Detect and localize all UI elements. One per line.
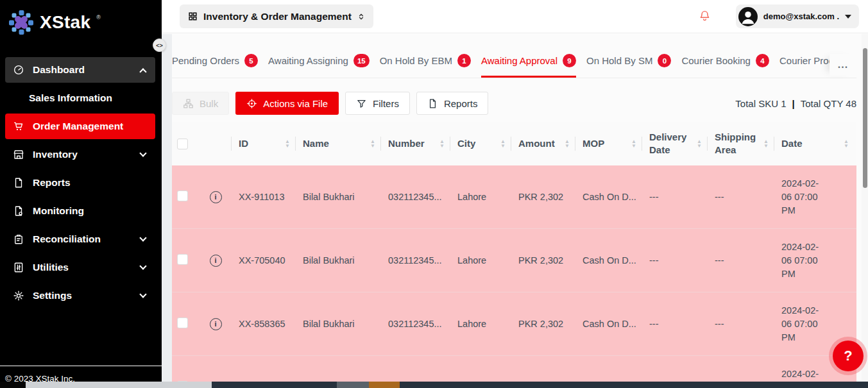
cell-city: Lahore <box>452 319 513 329</box>
column-header-city[interactable]: City <box>452 122 513 165</box>
actions-via-file-button[interactable]: Actions via File <box>235 92 339 115</box>
sidebar-item-inventory[interactable]: Inventory <box>5 142 155 167</box>
tab-courier-proc[interactable]: Courier Proc <box>779 54 833 78</box>
clipboard-icon <box>13 233 24 245</box>
column-label: Number <box>388 137 425 150</box>
app-selector[interactable]: Inventory & Order Management <box>180 4 373 28</box>
tab-on-hold-by-ebm[interactable]: On Hold By EBM 1 <box>380 54 471 78</box>
cell-date: 2024-02-06 07:00 PM <box>776 304 856 344</box>
sort-icon[interactable] <box>697 139 702 148</box>
column-header-name[interactable]: Name <box>298 122 383 165</box>
sidebar-item-monitoring[interactable]: Monitoring <box>5 198 155 224</box>
horizontal-scrollbar-mark-orange <box>369 382 400 388</box>
tab-count-badge: 15 <box>353 54 370 67</box>
report-file-icon <box>13 177 24 189</box>
sidebar-menu: Dashboard Sales Information Order Manage… <box>0 57 162 308</box>
row-checkbox[interactable] <box>177 317 188 328</box>
totals-summary: Total SKU 1 | Total QTY 48 <box>735 98 856 109</box>
sort-icon[interactable] <box>500 139 506 148</box>
tab-courier-booking[interactable]: Courier Booking 4 <box>681 54 769 78</box>
chevron-up-icon <box>139 68 146 75</box>
sidebar-item-dashboard[interactable]: Dashboard <box>5 57 155 83</box>
brand-trademark: ® <box>96 14 101 21</box>
bulk-button[interactable]: Bulk <box>172 92 229 115</box>
horizontal-scrollbar-mark <box>337 382 369 388</box>
horizontal-scrollbar-thumb[interactable] <box>26 382 212 388</box>
tab-count-badge: 5 <box>244 54 258 67</box>
chevron-down-icon <box>139 149 146 156</box>
cell-amount: PKR 2,302 <box>513 255 577 266</box>
sidebar-footer: © 2023 XStak Inc. <box>0 366 162 384</box>
column-header-delivery-date[interactable]: Delivery Date <box>644 122 710 165</box>
info-icon[interactable] <box>210 318 222 330</box>
tab-count-badge: 4 <box>756 54 769 67</box>
column-label: Date <box>781 137 803 150</box>
reports-button[interactable]: Reports <box>416 92 489 115</box>
select-all-checkbox[interactable] <box>177 139 188 149</box>
table-row[interactable]: XX-911013 Bilal Bukhari 032112345... Lah… <box>172 165 856 229</box>
sidebar-item-reconciliation[interactable]: Reconciliation <box>5 226 155 252</box>
column-header-mop[interactable]: MOP <box>577 122 644 165</box>
tab-awaiting-approval[interactable]: Awaiting Approval 9 <box>481 54 576 78</box>
sort-icon[interactable] <box>285 139 290 148</box>
row-info-cell <box>198 191 234 203</box>
sliders-icon <box>13 262 24 273</box>
tabs-overflow-button[interactable]: ... <box>830 54 856 76</box>
row-info-cell <box>198 318 234 330</box>
info-icon[interactable] <box>210 255 222 267</box>
tab-pending-orders[interactable]: Pending Orders 5 <box>172 54 258 78</box>
column-label: MOP <box>583 137 604 150</box>
table-row[interactable]: XX-858365 Bilal Bukhari 032112345... Lah… <box>172 292 856 356</box>
main-area: Inventory & Order Management demo@xstak.… <box>162 0 868 388</box>
column-header-number[interactable]: Number <box>383 122 452 165</box>
notifications-button[interactable] <box>698 10 711 23</box>
sort-icon[interactable] <box>370 139 375 148</box>
column-header-shipping-area[interactable]: Shipping Area <box>710 122 776 165</box>
cell-mop: Cash On D... <box>577 319 644 329</box>
sort-icon[interactable] <box>565 139 570 148</box>
cell-delivery-date: --- <box>644 192 710 202</box>
cell-mop: Cash On D... <box>577 255 644 266</box>
content-area: Pending Orders 5 Awaiting Assigning 15 O… <box>162 34 868 382</box>
sort-icon[interactable] <box>439 139 445 148</box>
vertical-scrollbar-thumb[interactable] <box>863 48 867 188</box>
total-sku: Total SKU 1 <box>735 98 786 109</box>
help-button[interactable]: ? <box>833 341 864 371</box>
sidebar-item-reports[interactable]: Reports <box>5 170 155 196</box>
xstak-logo-icon <box>8 10 34 35</box>
column-header-date[interactable]: Date <box>776 122 856 165</box>
tab-count-badge: 9 <box>563 54 576 67</box>
filters-button[interactable]: Filters <box>345 92 410 115</box>
sort-icon[interactable] <box>763 139 769 148</box>
chevron-down-icon <box>139 234 146 241</box>
chevron-down-icon <box>845 15 851 19</box>
info-icon[interactable] <box>210 191 222 203</box>
tab-awaiting-assigning[interactable]: Awaiting Assigning 15 <box>268 54 370 78</box>
column-header-amount[interactable]: Amount <box>513 122 577 165</box>
table-row[interactable]: XX-705040 Bilal Bukhari 032112345... Lah… <box>172 229 856 292</box>
user-menu[interactable]: demo@xstak.com . <box>736 4 859 28</box>
cell-id: XX-858365 <box>234 319 298 329</box>
row-checkbox[interactable] <box>177 190 188 201</box>
tab-label: On Hold By EBM <box>380 55 452 66</box>
tab-label: Courier Booking <box>681 55 751 66</box>
row-checkbox[interactable] <box>177 254 188 265</box>
sidebar-item-settings[interactable]: Settings <box>5 283 155 308</box>
brand-logo[interactable]: XStak ® <box>0 0 162 35</box>
topbar: Inventory & Order Management demo@xstak.… <box>162 0 868 33</box>
sidebar-collapse-button[interactable]: <> <box>153 38 166 52</box>
sort-icon[interactable] <box>631 139 636 148</box>
sidebar-item-order-management[interactable]: Order Management <box>5 114 155 139</box>
app-selector-label: Inventory & Order Management <box>203 11 352 22</box>
table-row[interactable]: 2024-02-06 07:00 PM <box>172 356 856 382</box>
tab-label: Pending Orders <box>172 55 239 66</box>
sidebar-item-utilities[interactable]: Utilities <box>5 255 155 280</box>
column-label: Delivery Date <box>649 131 697 157</box>
sidebar-item-sales-information[interactable]: Sales Information <box>5 85 155 111</box>
horizontal-scrollbar[interactable] <box>0 382 868 388</box>
tab-on-hold-by-sm[interactable]: On Hold By SM 0 <box>586 54 671 78</box>
column-label: Amount <box>518 137 555 150</box>
grid-icon <box>188 12 198 21</box>
sort-icon[interactable] <box>844 139 849 148</box>
column-header-id[interactable]: ID <box>234 122 298 165</box>
